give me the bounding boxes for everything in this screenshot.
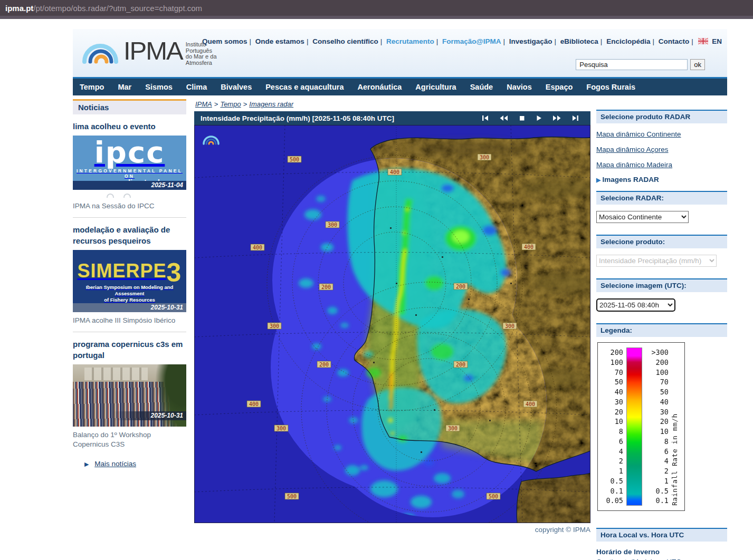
legend-header: Legenda: <box>596 323 727 337</box>
legend-left-scale: 200100 7050 4030 2010 86 42 10.5 0.10.05 <box>602 347 623 506</box>
link-onde-estamos[interactable]: Onde estamos <box>255 37 304 45</box>
breadcrumb-imagens-radar[interactable]: Imagens radar <box>249 100 293 108</box>
main-content: IPMA>Tempo>Imagens radar Intensidade Pre… <box>194 99 590 560</box>
svg-text:400: 400 <box>526 401 535 407</box>
nav-item-pescas[interactable]: Pescas e aquacultura <box>259 79 350 95</box>
svg-text:500: 500 <box>489 494 498 499</box>
breadcrumb-ipma[interactable]: IPMA <box>195 100 212 108</box>
nav-item-mar[interactable]: Mar <box>111 79 138 95</box>
nav-item-bivalves[interactable]: Bivalves <box>214 79 259 95</box>
news-date-badge: 2025-11-04 <box>73 181 186 190</box>
news-caption[interactable]: IPMA na Sessão do IPCC <box>73 201 186 211</box>
news-headline[interactable]: modelação e avaliação de recursos pesque… <box>73 224 186 246</box>
svg-text:300: 300 <box>277 426 286 431</box>
time-section: Hora Local vs. Hora UTC Horário de Inver… <box>596 528 727 560</box>
news-image-workshop-photo[interactable]: 2025-10-31 <box>73 364 186 427</box>
divider <box>73 217 186 218</box>
link-lang-en[interactable]: EN <box>712 37 722 45</box>
winter-line: Continente/Madeira = UTC <box>596 557 727 560</box>
radar-map-image: 500 500 500 400 400 400 400 400 300 300 … <box>194 125 590 523</box>
radar-title-bar: Intensidade Precipitação (mm/h) [2025-11… <box>194 111 590 125</box>
legend-right-scale: >300200 10070 5040 3020 108 64 21 0.50.1 <box>645 347 669 506</box>
news-date-badge: 2025-10-31 <box>73 411 186 420</box>
link-contacto[interactable]: Contacto <box>659 37 690 45</box>
news-headline[interactable]: programa copernicus c3s em portugal <box>73 339 186 361</box>
svg-text:400: 400 <box>249 401 259 407</box>
logo-wordmark: IPMA <box>123 35 183 66</box>
link-recrutamento[interactable]: Recrutamento <box>386 37 434 45</box>
news-section-title: Noticias <box>73 99 186 114</box>
news-headline[interactable]: lima acolheu o evento <box>73 121 186 132</box>
browser-address-bar[interactable]: ipma.pt/pt/otempo/obs.radar/?utm_source=… <box>0 0 753 16</box>
news-image-ipcc[interactable]: ipcc INTERGOVERNMENTAL PANEL ON climate … <box>73 136 186 198</box>
ipma-logo[interactable]: IPMA InstitutoPortuguês do Mar e daAtmos… <box>80 35 217 66</box>
product-select[interactable]: Intensidade Precipitação (mm/h) <box>596 255 717 267</box>
svg-text:200: 200 <box>321 284 331 290</box>
svg-text:300: 300 <box>448 426 457 431</box>
nav-item-aeronautica[interactable]: Aeronáutica <box>351 79 409 95</box>
legend-axis-label: Rainfall Rate in mm/h <box>671 347 679 506</box>
link-conselho-cientifico[interactable]: Conselho científico <box>312 37 378 45</box>
search-ok-button[interactable]: ok <box>690 59 705 70</box>
url-host: ipma.pt <box>5 4 33 13</box>
nav-item-agricultura[interactable]: Agricultura <box>408 79 463 95</box>
radar-select[interactable]: Mosaico Continente <box>596 211 689 223</box>
skip-end-icon[interactable] <box>566 114 584 122</box>
header-links: Quem somos| Onde estamos| Conselho cient… <box>202 37 722 45</box>
search-input[interactable] <box>576 59 688 70</box>
nav-item-tempo[interactable]: Tempo <box>73 79 111 95</box>
uk-flag-icon <box>698 38 708 44</box>
svg-text:400: 400 <box>253 245 262 250</box>
link-investigacao[interactable]: Investigação <box>509 37 552 45</box>
link-ebiblioteca[interactable]: eBiblioteca <box>560 37 598 45</box>
svg-text:300: 300 <box>328 222 337 228</box>
nav-item-clima[interactable]: Clima <box>179 79 214 95</box>
image-select-header: Selecione imagem (UTC): <box>596 278 727 292</box>
link-mapa-continente[interactable]: Mapa dinâmico Continente <box>596 130 681 138</box>
play-icon[interactable] <box>530 114 547 122</box>
svg-text:400: 400 <box>390 169 399 175</box>
link-formacao[interactable]: Formação@IPMA <box>442 37 501 45</box>
simerpe-logo-text: SIMERPE3 <box>73 262 186 282</box>
breadcrumb-tempo[interactable]: Tempo <box>220 100 241 108</box>
svg-text:300: 300 <box>505 323 514 329</box>
news-caption[interactable]: Balanço do 1º Workshop Copernicus C3S <box>73 430 186 449</box>
nav-item-sismos[interactable]: Sismos <box>138 79 179 95</box>
search-row: ok <box>576 59 705 70</box>
news-image-simerpe[interactable]: SIMERPE3 Iberian Symposium on Modeling a… <box>73 250 186 312</box>
breadcrumb: IPMA>Tempo>Imagens radar <box>194 99 590 111</box>
more-news-row: ▶ Mais notícias <box>84 460 186 468</box>
image-select[interactable]: 2025-11-05 08:40h <box>596 298 675 312</box>
link-mapa-madeira[interactable]: Mapa dinâmico Madeira <box>596 161 672 169</box>
url-path: /pt/otempo/obs.radar/?utm_source=chatgpt… <box>33 4 202 13</box>
ipma-arcs-icon <box>80 37 121 65</box>
nav-item-espaco[interactable]: Espaço <box>539 79 580 95</box>
svg-text:200: 200 <box>456 284 465 289</box>
more-news-link[interactable]: Mais notícias <box>94 460 136 468</box>
stop-icon[interactable] <box>513 114 530 122</box>
nav-item-fogos-rurais[interactable]: Fogos Rurais <box>579 79 642 95</box>
link-quem-somos[interactable]: Quem somos <box>202 37 247 45</box>
svg-text:200: 200 <box>456 362 465 368</box>
time-section-header: Hora Local vs. Hora UTC <box>596 528 727 542</box>
news-caption[interactable]: IPMA acolhe III Simpósio Ibérico <box>73 316 186 325</box>
active-product-row[interactable]: ▶Imagens RADAR <box>596 176 727 184</box>
svg-text:200: 200 <box>319 362 329 368</box>
product-select-header: Selecione produto: <box>596 235 727 248</box>
copyright-text: copyright © IPMA <box>194 526 590 534</box>
rainfall-legend: 200100 7050 4030 2010 86 42 10.5 0.10.05… <box>597 342 685 511</box>
skip-start-icon[interactable] <box>476 114 494 122</box>
link-enciclopedia[interactable]: Enciclopédia <box>606 37 650 45</box>
link-mapa-acores[interactable]: Mapa dinâmico Açores <box>596 146 669 153</box>
svg-text:500: 500 <box>287 494 297 499</box>
nav-item-saude[interactable]: Saúde <box>463 79 500 95</box>
active-arrow-icon: ▶ <box>596 177 601 183</box>
divider <box>73 332 186 332</box>
fast-forward-icon[interactable] <box>547 114 566 122</box>
playback-controls <box>476 114 584 122</box>
nav-item-navios[interactable]: Navios <box>500 79 539 95</box>
svg-text:500: 500 <box>290 157 299 162</box>
svg-text:300: 300 <box>480 155 489 160</box>
svg-text:400: 400 <box>524 244 533 250</box>
rewind-icon[interactable] <box>494 114 513 122</box>
